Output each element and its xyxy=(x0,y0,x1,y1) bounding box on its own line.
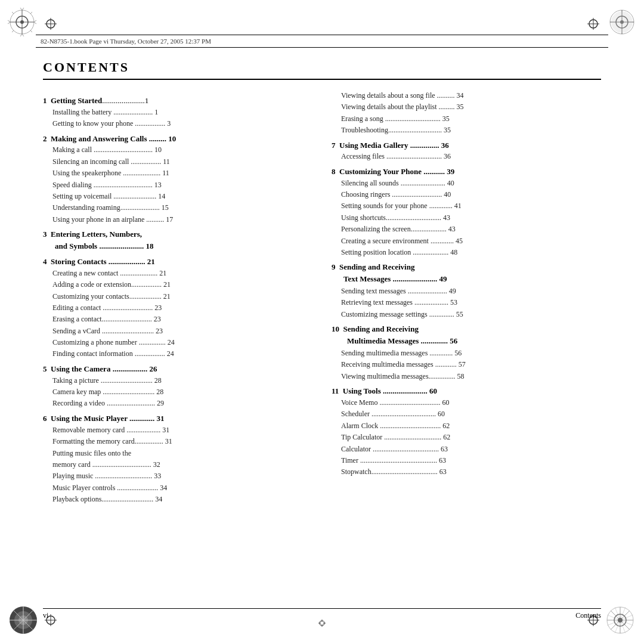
toc-item: memory card ............................… xyxy=(43,460,312,470)
toc-item: Silencing an incoming call .............… xyxy=(43,157,312,167)
toc-item: Taking a picture .......................… xyxy=(43,376,312,386)
toc-item: Making a call ..........................… xyxy=(43,145,312,155)
toc-item: Viewing details about the playlist .....… xyxy=(332,102,601,112)
toc-item: Recording a video ......................… xyxy=(43,398,312,408)
toc-item: Customizing message settings ...........… xyxy=(332,309,601,320)
chapter-9: 9 Sending and Receiving xyxy=(332,262,601,273)
toc-item: Erasing a contact.......................… xyxy=(43,314,312,324)
toc-item: Personalizing the screen................… xyxy=(332,224,601,234)
svg-line-10 xyxy=(8,22,10,24)
toc-item: Silencing all sounds ...................… xyxy=(332,178,601,188)
toc-item: Getting to know your phone .............… xyxy=(43,119,312,129)
svg-line-15 xyxy=(12,30,14,32)
toc-item: Music Player controls ..................… xyxy=(43,483,312,493)
footer-left: vi xyxy=(43,611,48,620)
chapter-3: 3 Entering Letters, Numbers, xyxy=(43,229,312,240)
toc-item: Adding a code or extension..............… xyxy=(43,280,312,290)
toc-item: Speed dialing ..........................… xyxy=(43,180,312,190)
toc-item: Sending multimedia messages ............… xyxy=(332,348,601,358)
toc-item: Camera key map .........................… xyxy=(43,387,312,397)
toc-item: Timer ..................................… xyxy=(332,456,601,466)
svg-line-14 xyxy=(30,12,32,14)
toc-item: Calculator .............................… xyxy=(332,444,601,454)
toc-item: Creating a secure environment ..........… xyxy=(332,236,601,246)
svg-line-11 xyxy=(34,20,36,22)
toc-item: Formatting the memory card..............… xyxy=(43,436,312,447)
chapter-2: 2 Making and Answering Calls ......... 1… xyxy=(43,134,312,145)
toc-item: Stopwatch...............................… xyxy=(332,467,601,477)
svg-line-16 xyxy=(30,30,32,32)
corner-decoration-tr xyxy=(607,7,637,37)
svg-line-13 xyxy=(12,12,14,14)
page-title: Contents xyxy=(43,60,601,80)
toc-item: Using your phone in an airplane ........… xyxy=(43,215,312,225)
chapter-7: 7 Using Media Gallery ............... 36 xyxy=(332,140,601,151)
toc-item: Sending text messages ..................… xyxy=(332,286,601,296)
svg-point-4 xyxy=(20,20,24,24)
corner-decoration-br xyxy=(604,604,637,637)
svg-line-7 xyxy=(20,34,22,36)
toc-item: Putting music files onto the xyxy=(43,448,312,459)
toc-right-column: Viewing details about a song file ......… xyxy=(332,91,601,506)
toc-item: Choosing ringers .......................… xyxy=(332,190,601,200)
toc-item: Finding contact information ............… xyxy=(43,349,312,359)
toc-item: Accessing files ........................… xyxy=(332,151,601,162)
toc-item: Voice Memo .............................… xyxy=(332,398,601,408)
chapter-10: 10 Sending and Receiving xyxy=(332,324,601,335)
toc-item: Alarm Clock ............................… xyxy=(332,421,601,431)
toc-item: Setting up voicemail ...................… xyxy=(43,191,312,202)
svg-point-40 xyxy=(618,618,623,623)
toc-item: Retrieving text messages ...............… xyxy=(332,298,601,308)
chapter-4: 4 Storing Contacts ................... 2… xyxy=(43,256,312,268)
toc-item: Removable memory card ..................… xyxy=(43,425,312,435)
svg-line-6 xyxy=(22,8,24,10)
crosshair-tr xyxy=(587,18,599,30)
chapter-9-cont: Text Messages ....................... 49 xyxy=(332,274,601,285)
toc-item: Scheduler ..............................… xyxy=(332,409,601,419)
chapter-3-cont: and Symbols ....................... 18 xyxy=(43,241,312,252)
chapter-8: 8 Customizing Your Phone ........... 39 xyxy=(332,166,601,178)
toc-item: Sending a vCard ........................… xyxy=(43,326,312,336)
svg-line-12 xyxy=(34,22,36,24)
chapter-1: 1 Getting Started......................1 xyxy=(43,95,312,107)
toc-left-column: 1 Getting Started......................1… xyxy=(43,91,312,506)
header-text: 82-N8735-1.book Page vi Thursday, Octobe… xyxy=(41,38,211,45)
toc-item: Creating a new contact .................… xyxy=(43,268,312,278)
toc-item: Editing a contact ......................… xyxy=(43,303,312,313)
toc-item: Setting position location ..............… xyxy=(332,247,601,258)
crosshair-tl xyxy=(45,18,57,30)
main-content: Contents 1 Getting Started..............… xyxy=(43,60,601,601)
svg-line-8 xyxy=(22,34,24,36)
toc-item: Installing the battery .................… xyxy=(43,107,312,117)
toc-item: Tip Calculator .........................… xyxy=(332,432,601,442)
toc-item: Using shortcuts.........................… xyxy=(332,213,601,223)
toc-item: Receiving multimedia messages ..........… xyxy=(332,360,601,370)
chapter-num: 1 xyxy=(43,96,51,105)
footer-right: Contents xyxy=(575,611,601,620)
toc-item: Viewing details about a song file ......… xyxy=(332,91,601,101)
chapter-6: 6 Using the Music Player ............. 3… xyxy=(43,413,312,425)
svg-line-5 xyxy=(20,8,22,10)
toc-item: Customizing your contacts...............… xyxy=(43,292,312,302)
toc-item: Viewing multimedia messages.............… xyxy=(332,371,601,382)
svg-line-9 xyxy=(8,20,10,22)
toc-item: Playing music ..........................… xyxy=(43,471,312,481)
header-bar: 82-N8735-1.book Page vi Thursday, Octobe… xyxy=(36,35,608,48)
corner-decoration-bl xyxy=(7,604,40,637)
page: 82-N8735-1.book Page vi Thursday, Octobe… xyxy=(0,0,644,644)
chapter-5: 5 Using the Camera .................. 26 xyxy=(43,364,312,375)
toc-item: Playback options........................… xyxy=(43,494,312,504)
footer-crosshair xyxy=(317,618,327,628)
toc-container: 1 Getting Started......................1… xyxy=(43,91,601,506)
svg-point-22 xyxy=(611,11,633,33)
toc-item: Troubleshooting.........................… xyxy=(332,125,601,135)
toc-item: Understanding roaming...................… xyxy=(43,203,312,213)
toc-item: Erasing a song .........................… xyxy=(332,114,601,124)
chapter-10-cont: Multimedia Messages .............. 56 xyxy=(332,336,601,347)
chapter-11: 11 Using Tools ....................... 6… xyxy=(332,386,601,397)
toc-item: Using the speakerphone .................… xyxy=(43,168,312,178)
toc-item: Setting sounds for your phone ..........… xyxy=(332,201,601,211)
toc-item: Customizing a phone number .............… xyxy=(43,338,312,348)
corner-decoration-tl xyxy=(7,7,37,37)
